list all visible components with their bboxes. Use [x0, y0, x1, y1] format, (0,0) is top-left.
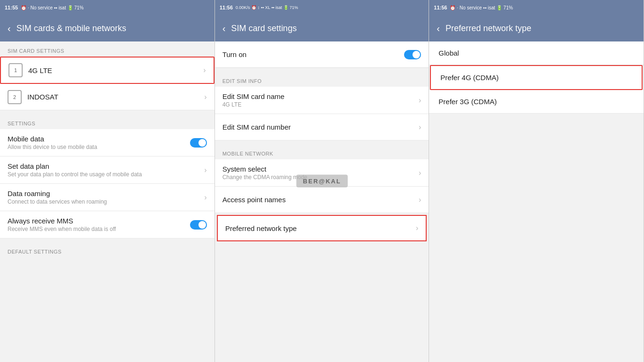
divider-1	[0, 110, 215, 114]
edit-sim-number[interactable]: Edit SIM card number ›	[215, 114, 429, 140]
access-point-title: Access point names	[223, 196, 415, 204]
turn-on-title: Turn on	[223, 50, 401, 58]
chevron-system-select: ›	[419, 169, 421, 177]
turn-on-toggle[interactable]	[404, 50, 421, 59]
section-label-default: DEFAULT SETTINGS	[0, 242, 215, 257]
settings-mobile-data[interactable]: Mobile data Allow this device to use mob…	[0, 129, 215, 156]
preferred-network-type[interactable]: Preferred network type ›	[217, 215, 427, 241]
settings-data-roaming[interactable]: Data roaming Connect to data services wh…	[0, 184, 215, 211]
edit-sim-name-content: Edit SIM card name 4G LTE	[223, 92, 415, 108]
system-select-subtitle: Change the CDMA roaming mode	[223, 174, 415, 181]
always-mms-toggle[interactable]	[190, 220, 207, 230]
panel1-title: SIM cards & mobile networks	[17, 24, 126, 33]
edit-sim-number-title: Edit SIM card number	[223, 123, 415, 131]
preferred-network-content: Preferred network type	[225, 224, 412, 232]
mobile-data-content: Mobile data Allow this device to use mob…	[8, 135, 186, 150]
network-option-global[interactable]: Global	[429, 41, 644, 65]
mobile-data-title: Mobile data	[8, 135, 186, 143]
status-icons-2: 0.00K/s ⏰ ↕ ▪▪ XL ▪▪ isat 🔋 71%	[236, 5, 298, 10]
settings-always-mms[interactable]: Always receive MMS Receive MMS even when…	[0, 211, 215, 239]
header-1: ‹ SIM cards & mobile networks	[0, 15, 215, 41]
chevron-data-plan: ›	[204, 166, 206, 174]
chevron-sim-2: ›	[204, 93, 206, 101]
preferred-network-title: Preferred network type	[225, 224, 412, 232]
sim-item-indosat[interactable]: 2 INDOSAT ›	[0, 84, 215, 110]
mobile-data-toggle[interactable]	[190, 138, 207, 148]
panel3-title: Preferred network type	[446, 24, 531, 33]
turn-on-content: Turn on	[223, 50, 401, 58]
edit-sim-name-title: Edit SIM card name	[223, 92, 415, 100]
set-data-plan-content: Set data plan Set your data plan to cont…	[8, 162, 200, 178]
header-2: ‹ SIM card settings	[215, 15, 429, 41]
chevron-data-roaming: ›	[204, 193, 206, 202]
time-3: 11:56	[434, 5, 447, 10]
system-select-title: System select	[223, 165, 415, 173]
back-button-2[interactable]: ‹	[223, 23, 226, 34]
divider-2	[0, 239, 215, 242]
status-bar-2: 11:56 0.00K/s ⏰ ↕ ▪▪ XL ▪▪ isat 🔋 71%	[215, 0, 429, 15]
data-roaming-subtitle: Connect to data services when roaming	[8, 198, 200, 205]
chevron-edit-sim-number: ›	[419, 123, 421, 132]
edit-sim-name[interactable]: Edit SIM card name 4G LTE ›	[215, 87, 429, 114]
sim-item-4glte[interactable]: 1 4G LTE ›	[0, 57, 215, 84]
chevron-sim-1: ›	[203, 66, 206, 74]
settings-set-data-plan[interactable]: Set data plan Set your data plan to cont…	[0, 156, 215, 184]
chevron-access-point: ›	[419, 196, 421, 204]
divider-3	[215, 68, 429, 72]
status-icons-3: ⏰ · No service ▪▪ isat 🔋 71%	[450, 5, 512, 10]
section-label-edit-sim: EDIT SIM INFO	[215, 72, 429, 87]
system-select[interactable]: System select Change the CDMA roaming mo…	[215, 159, 429, 187]
always-mms-content: Always receive MMS Receive MMS even when…	[8, 217, 186, 232]
panel2-inner: 11:56 0.00K/s ⏰ ↕ ▪▪ XL ▪▪ isat 🔋 71% ‹ …	[215, 0, 429, 362]
status-icons-1: ⏰ · No service ▪▪ isat 🔋 71%	[21, 5, 83, 10]
panel-sim-cards: 11:55 ⏰ · No service ▪▪ isat 🔋 71% ‹ SIM…	[0, 0, 215, 362]
section-label-sim-card-settings: SIM CARD SETTINGS	[0, 41, 215, 57]
sim-icon-2: 2	[8, 90, 22, 104]
sim-item-indosat-title: INDOSAT	[27, 93, 200, 101]
section-label-mobile-network: MOBILE NETWORK	[215, 144, 429, 159]
panel-preferred-network: 11:56 ⏰ · No service ▪▪ isat 🔋 71% ‹ Pre…	[429, 0, 644, 362]
data-roaming-content: Data roaming Connect to data services wh…	[8, 189, 200, 205]
time-2: 11:56	[220, 5, 233, 10]
section-label-settings: SETTINGS	[0, 114, 215, 129]
set-data-plan-subtitle: Set your data plan to control the usage …	[8, 171, 200, 178]
always-mms-title: Always receive MMS	[8, 217, 186, 225]
panel2-title: SIM card settings	[231, 24, 297, 33]
system-select-content: System select Change the CDMA roaming mo…	[223, 165, 415, 181]
network-option-prefer-4g[interactable]: Prefer 4G (CDMA)	[430, 65, 643, 90]
chevron-preferred-network: ›	[416, 224, 418, 232]
always-mms-subtitle: Receive MMS even when mobile data is off	[8, 226, 186, 232]
mobile-data-subtitle: Allow this device to use mobile data	[8, 144, 186, 150]
header-3: ‹ Preferred network type	[429, 15, 644, 41]
edit-sim-name-subtitle: 4G LTE	[223, 101, 415, 108]
sim-item-indosat-content: INDOSAT	[27, 93, 200, 101]
time-1: 11:55	[5, 5, 18, 10]
back-button-1[interactable]: ‹	[8, 23, 11, 34]
panel-sim-card-settings: 11:56 0.00K/s ⏰ ↕ ▪▪ XL ▪▪ isat 🔋 71% ‹ …	[215, 0, 429, 362]
chevron-edit-sim-name: ›	[419, 96, 421, 105]
sim-icon-1: 1	[8, 63, 23, 77]
divider-4	[215, 140, 429, 144]
sim-item-4glte-content: 4G LTE	[28, 66, 199, 74]
status-bar-1: 11:55 ⏰ · No service ▪▪ isat 🔋 71%	[0, 0, 215, 15]
turn-on-item[interactable]: Turn on	[215, 41, 429, 68]
network-option-prefer-3g[interactable]: Prefer 3G (CDMA)	[429, 90, 644, 114]
edit-sim-number-content: Edit SIM card number	[223, 123, 415, 131]
access-point-names[interactable]: Access point names ›	[215, 187, 429, 213]
set-data-plan-title: Set data plan	[8, 162, 200, 170]
access-point-content: Access point names	[223, 196, 415, 204]
data-roaming-title: Data roaming	[8, 189, 200, 197]
sim-item-4glte-title: 4G LTE	[28, 66, 199, 74]
status-bar-3: 11:56 ⏰ · No service ▪▪ isat 🔋 71%	[429, 0, 644, 15]
back-button-3[interactable]: ‹	[437, 23, 440, 34]
